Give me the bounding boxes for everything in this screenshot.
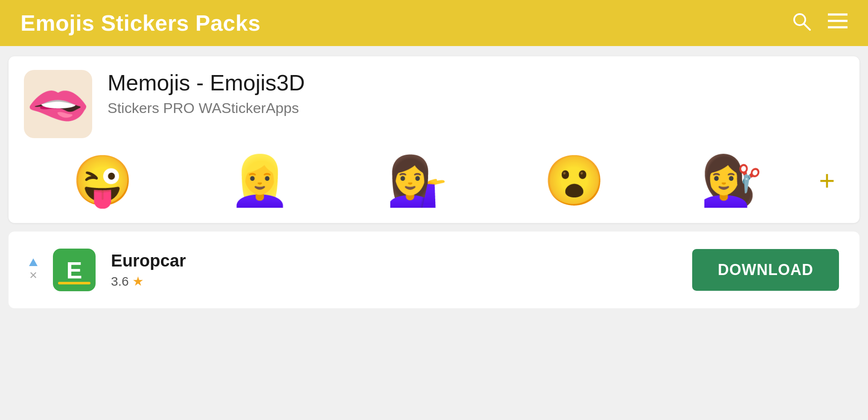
- app-info-row: 🫦 Memojis - Emojis3D Stickers PRO WAStic…: [24, 70, 844, 138]
- sticker-5: 💇‍♀️: [653, 152, 810, 209]
- ad-app-name: Europcar: [111, 251, 677, 270]
- ad-card: ✕ E Europcar 3.6 ★ DOWNLOAD: [9, 232, 859, 308]
- ad-badge: ✕: [29, 258, 38, 281]
- ad-close-icon[interactable]: ✕: [29, 269, 38, 281]
- star-icon: ★: [132, 274, 144, 289]
- ad-play-icon: [29, 258, 38, 266]
- sticker-2: 👱‍♀️: [181, 152, 338, 209]
- rating-value: 3.6: [111, 274, 129, 289]
- app-title: Emojis Stickers Packs: [20, 10, 261, 36]
- menu-icon[interactable]: [828, 13, 848, 33]
- content-area: 🫦 Memojis - Emojis3D Stickers PRO WAStic…: [0, 46, 868, 319]
- play-triangle: [29, 258, 38, 266]
- download-button[interactable]: DOWNLOAD: [692, 249, 839, 291]
- app-card: 🫦 Memojis - Emojis3D Stickers PRO WAStic…: [9, 56, 859, 223]
- svg-line-1: [804, 24, 810, 30]
- app-name: Memojis - Emojis3D: [108, 70, 305, 96]
- header-icons: [791, 11, 848, 35]
- ad-text: Europcar 3.6 ★: [111, 251, 677, 289]
- add-sticker-button[interactable]: +: [810, 165, 844, 197]
- sticker-3: 💁‍♀️: [338, 152, 495, 209]
- header: Emojis Stickers Packs: [0, 0, 868, 46]
- europcar-logo: E: [53, 249, 96, 291]
- logo-letter: E: [66, 256, 82, 284]
- sticker-preview-row: 😜 👱‍♀️ 💁‍♀️ 😮 💇‍♀️ +: [24, 152, 844, 209]
- sticker-4: 😮: [495, 152, 652, 209]
- sticker-1: 😜: [24, 152, 181, 209]
- search-icon[interactable]: [791, 11, 811, 35]
- ad-rating: 3.6 ★: [111, 274, 677, 289]
- app-subtitle: Stickers PRO WAStickerApps: [108, 100, 305, 116]
- app-icon: 🫦: [24, 70, 92, 138]
- app-details: Memojis - Emojis3D Stickers PRO WASticke…: [108, 70, 305, 116]
